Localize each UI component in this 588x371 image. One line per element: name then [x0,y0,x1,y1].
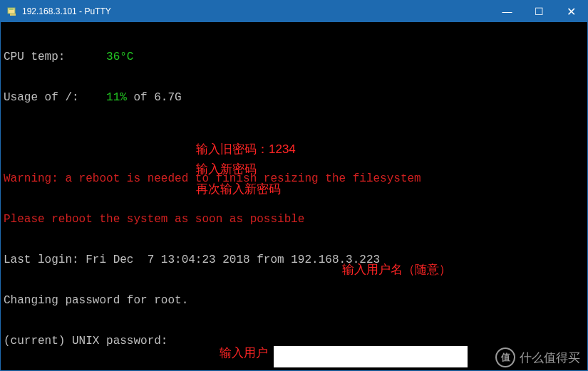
usage-of: of 6.7G [127,91,182,104]
watermark-text: 什么值得买 [520,350,580,366]
terminal[interactable]: CPU temp: 36°C Usage of /: 11% of 6.7G W… [1,22,587,370]
usage-pct: 11% [106,91,127,104]
svg-rect-0 [8,8,15,14]
annotation-retype-password: 再次输入新密码 [196,182,281,196]
usage-label: Usage of /: [4,91,79,104]
annotation-username: 输入用户名（随意） [342,263,451,276]
annotation-new-password: 输入新密码 [196,162,257,176]
annotation-enter-user: 输入用户 [220,346,268,360]
minimize-button[interactable]: — [491,1,523,22]
changing-password: Changing password for root. [4,294,584,308]
white-overlay [274,346,468,367]
titlebar[interactable]: 192.168.3.101 - PuTTY — ☐ ✕ [1,1,587,22]
warning-line-2: Please reboot the system as soon as poss… [4,213,584,226]
annotation-old-password: 输入旧密码：1234 [196,142,296,156]
close-button[interactable]: ✕ [555,1,587,22]
maximize-button[interactable]: ☐ [523,1,555,22]
cpu-temp-value: 36°C [106,51,133,63]
last-login: Last login: Fri Dec 7 13:04:23 2018 from… [4,254,584,267]
watermark-logo-icon: 值 [495,348,515,367]
putty-icon [6,6,18,17]
window-title: 192.168.3.101 - PuTTY [22,6,491,16]
watermark: 值 什么值得买 [495,348,580,367]
svg-rect-1 [10,14,16,16]
cpu-temp-label: CPU temp: [4,51,65,63]
putty-window: 192.168.3.101 - PuTTY — ☐ ✕ CPU temp: 36… [0,0,588,371]
warning-line-1: Warning: a reboot is needed to finish re… [4,172,584,186]
